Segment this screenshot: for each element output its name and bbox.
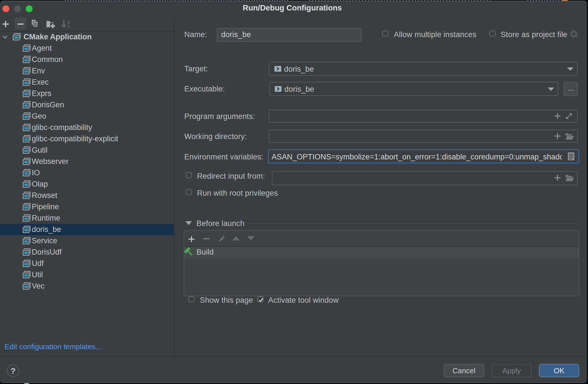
svg-text:z: z bbox=[67, 24, 70, 28]
